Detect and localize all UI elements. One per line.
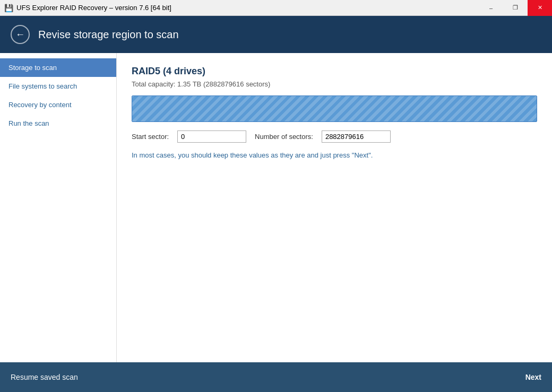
sidebar-item-label: Recovery by content [8, 101, 72, 109]
sidebar-item-file-systems[interactable]: File systems to search [0, 77, 116, 95]
sector-fields: Start sector: Number of sectors: [132, 130, 537, 143]
main: Storage to scan File systems to search R… [0, 53, 552, 362]
hint-link: "Next" [352, 151, 371, 159]
sidebar-item-run-the-scan[interactable]: Run the scan [0, 114, 116, 133]
sidebar-item-label: Storage to scan [8, 64, 57, 72]
titlebar-controls: – ❐ ✕ [479, 0, 552, 16]
titlebar: 💾 UFS Explorer RAID Recovery – version 7… [0, 0, 552, 16]
header: ← Revise storage region to scan [0, 16, 552, 53]
app-icon: 💾 [4, 4, 13, 12]
resume-saved-scan-button[interactable]: Resume saved scan [11, 373, 78, 381]
storage-title: RAID5 (4 drives) [132, 66, 537, 77]
back-button[interactable]: ← [11, 25, 30, 44]
hint-text: In most cases, you should keep these val… [132, 151, 537, 159]
sidebar-item-storage-to-scan[interactable]: Storage to scan [0, 58, 116, 77]
num-sectors-label: Number of sectors: [255, 133, 313, 141]
next-button[interactable]: Next [525, 373, 541, 381]
sidebar-item-label: Run the scan [8, 119, 49, 127]
hint-suffix: . [371, 151, 373, 159]
num-sectors-input[interactable] [322, 130, 391, 143]
content-area: RAID5 (4 drives) Total capacity: 1.35 TB… [117, 53, 552, 362]
minimize-button[interactable]: – [479, 0, 503, 16]
start-sector-input[interactable] [177, 130, 246, 143]
footer: Resume saved scan Next [0, 362, 552, 392]
close-button[interactable]: ✕ [528, 0, 552, 16]
start-sector-label: Start sector: [132, 133, 169, 141]
hint-prefix: In most cases, you should keep these val… [132, 151, 352, 159]
titlebar-left: 💾 UFS Explorer RAID Recovery – version 7… [4, 4, 171, 12]
total-capacity: Total capacity: 1.35 TB (2882879616 sect… [132, 80, 537, 88]
capacity-bar [132, 95, 537, 122]
sidebar: Storage to scan File systems to search R… [0, 53, 117, 362]
header-title: Revise storage region to scan [38, 29, 179, 41]
sidebar-item-label: File systems to search [8, 82, 77, 90]
titlebar-title: UFS Explorer RAID Recovery – version 7.6… [16, 4, 171, 12]
sidebar-item-recovery-by-content[interactable]: Recovery by content [0, 95, 116, 114]
restore-button[interactable]: ❐ [503, 0, 528, 16]
